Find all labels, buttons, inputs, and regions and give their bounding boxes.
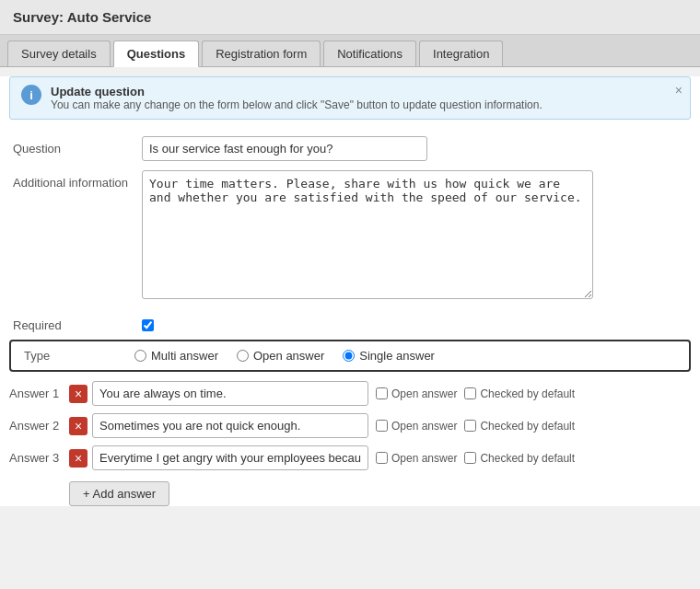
tab-integration[interactable]: Integration [419,40,503,66]
type-label: Type [24,349,134,363]
tab-registration-form[interactable]: Registration form [202,40,321,66]
content-area: i Update question You can make any chang… [0,76,700,506]
answer-2-checked-checkbox[interactable] [464,420,476,432]
answer-3-checked-checkbox[interactable] [464,452,476,464]
banner-text: Update question You can make any change … [51,85,542,111]
answer-3-delete-button[interactable]: × [69,449,88,468]
type-radio-single[interactable] [343,350,355,362]
answer-3-checked-label[interactable]: Checked by default [464,452,575,465]
tab-survey-details[interactable]: Survey details [7,40,111,66]
answer-1-checked-checkbox[interactable] [464,387,476,399]
answer-1-input[interactable] [92,381,368,406]
info-icon: i [21,85,41,105]
question-row: Question [13,136,687,161]
answer-1-open-checkbox[interactable] [376,387,388,399]
type-option-multi-label: Multi answer [151,349,218,363]
question-input-wrapper [142,136,687,161]
banner-title: Update question [51,85,542,98]
additional-info-input-wrapper: Your time matters. Please, share with us… [142,170,687,302]
info-banner: i Update question You can make any chang… [9,76,691,120]
type-box: Type Multi answer Open answer Single ans… [9,340,691,372]
answer-1-open-label[interactable]: Open answer [376,387,457,400]
answer-2-options: Open answer Checked by default [376,420,575,433]
answer-3-open-label[interactable]: Open answer [376,452,457,465]
answer-1-label: Answer 1 [9,387,69,400]
required-row: Required [0,318,700,332]
tab-questions[interactable]: Questions [113,40,200,67]
answer-row-1: Answer 1 × Open answer Checked by defaul… [9,381,691,406]
type-radio-multi[interactable] [134,350,146,362]
answer-2-open-checkbox[interactable] [376,420,388,432]
answer-3-open-checkbox[interactable] [376,452,388,464]
open-answer-label-1: Open answer [391,387,457,400]
type-option-multi[interactable]: Multi answer [134,349,218,363]
question-input[interactable] [142,136,427,161]
answer-3-label: Answer 3 [9,451,69,465]
additional-info-label: Additional information [13,170,142,190]
additional-info-row: Additional information Your time matters… [13,170,687,302]
answer-2-checked-label[interactable]: Checked by default [464,420,575,433]
answers-section: Answer 1 × Open answer Checked by defaul… [0,381,700,506]
checked-by-default-label-3: Checked by default [480,452,575,465]
answer-3-options: Open answer Checked by default [376,452,575,465]
type-option-open[interactable]: Open answer [237,349,324,363]
answer-2-delete-button[interactable]: × [69,417,88,435]
type-radio-open[interactable] [237,350,249,362]
answer-2-open-label[interactable]: Open answer [376,420,457,433]
banner-description: You can make any change on the form belo… [51,98,542,111]
answer-2-input[interactable] [92,413,368,438]
type-option-single[interactable]: Single answer [343,349,435,363]
add-answer-button[interactable]: + Add answer [69,481,169,506]
answer-row-3: Answer 3 × Open answer Checked by defaul… [9,445,691,470]
required-label: Required [13,318,142,332]
required-checkbox[interactable] [142,319,154,331]
answer-1-delete-button[interactable]: × [69,385,88,403]
answer-row-2: Answer 2 × Open answer Checked by defaul… [9,413,691,438]
additional-info-textarea[interactable]: Your time matters. Please, share with us… [142,170,593,299]
open-answer-label-3: Open answer [391,452,457,465]
type-option-open-label: Open answer [253,349,324,363]
question-label: Question [13,136,142,156]
open-answer-label-2: Open answer [391,420,457,433]
answer-1-options: Open answer Checked by default [376,387,575,400]
type-options: Multi answer Open answer Single answer [134,349,435,363]
tab-bar: Survey details Questions Registration fo… [0,35,700,67]
tab-notifications[interactable]: Notifications [323,40,416,66]
checked-by-default-label-1: Checked by default [480,387,575,400]
answer-3-input[interactable] [92,445,368,470]
type-option-single-label: Single answer [359,349,435,363]
question-section: Question Additional information Your tim… [0,129,700,318]
checked-by-default-label-2: Checked by default [480,420,575,433]
close-banner-button[interactable]: × [675,83,682,98]
page-title: Survey: Auto Service [0,0,700,35]
answer-2-label: Answer 2 [9,419,69,433]
answer-1-checked-label[interactable]: Checked by default [464,387,575,400]
